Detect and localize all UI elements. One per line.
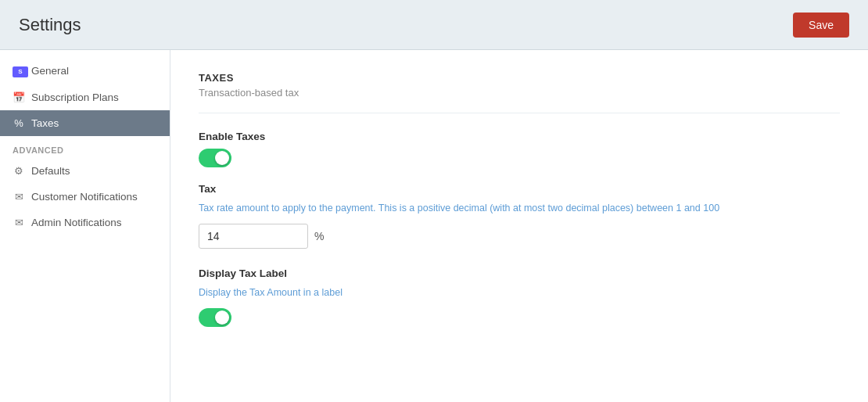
- page-title: Settings: [19, 15, 81, 35]
- sidebar: S General 📅 Subscription Plans % Taxes A…: [0, 50, 170, 402]
- sidebar-item-label: Subscription Plans: [31, 92, 119, 103]
- layout: S General 📅 Subscription Plans % Taxes A…: [0, 50, 868, 402]
- display-tax-label: Display Tax Label: [199, 267, 840, 279]
- sidebar-item-defaults[interactable]: ⚙ Defaults: [0, 158, 170, 184]
- sidebar-item-label: Taxes: [31, 117, 59, 129]
- sidebar-item-label: Admin Notifications: [31, 217, 122, 228]
- main-content: TAXES Transaction-based tax Enable Taxes…: [170, 50, 868, 402]
- sidebar-item-general[interactable]: S General: [0, 58, 170, 84]
- enable-taxes-toggle[interactable]: [199, 149, 231, 167]
- header: Settings Save: [0, 0, 868, 50]
- calendar-icon: 📅: [13, 92, 25, 103]
- envelope-icon: ✉: [13, 191, 25, 203]
- envelope-icon-2: ✉: [13, 217, 25, 228]
- section-subtitle: Transaction-based tax: [199, 87, 840, 99]
- sidebar-item-admin-notifications[interactable]: ✉ Admin Notifications: [0, 210, 170, 235]
- display-tax-toggle-wrapper[interactable]: [199, 308, 231, 327]
- toggle-thumb: [215, 151, 229, 165]
- sidebar-item-label: Defaults: [31, 165, 70, 177]
- tax-input[interactable]: [199, 224, 308, 249]
- tax-percent-symbol: %: [314, 230, 324, 242]
- save-button[interactable]: Save: [793, 13, 849, 38]
- toggle-thumb-2: [215, 310, 229, 325]
- sidebar-item-customer-notifications[interactable]: ✉ Customer Notifications: [0, 184, 170, 210]
- tax-label: Tax: [199, 183, 840, 195]
- advanced-section-label: ADVANCED: [0, 136, 170, 158]
- enable-taxes-label: Enable Taxes: [199, 131, 840, 142]
- sidebar-item-subscription-plans[interactable]: 📅 Subscription Plans: [0, 84, 170, 110]
- sidebar-item-label: General: [31, 65, 69, 77]
- sidebar-item-taxes[interactable]: % Taxes: [0, 110, 170, 136]
- display-tax-description: Display the Tax Amount in a label: [199, 285, 762, 300]
- percent-icon: %: [13, 117, 25, 129]
- tax-description: Tax rate amount to apply to the payment.…: [199, 201, 762, 216]
- tax-input-row: %: [199, 224, 840, 249]
- gear-icon: ⚙: [13, 165, 25, 177]
- section-title: TAXES: [199, 72, 840, 84]
- display-tax-toggle[interactable]: [199, 308, 231, 327]
- sidebar-item-label: Customer Notifications: [31, 191, 138, 203]
- stripe-icon: S: [13, 65, 25, 77]
- divider: [199, 113, 840, 113]
- enable-taxes-toggle-wrapper[interactable]: [199, 149, 231, 167]
